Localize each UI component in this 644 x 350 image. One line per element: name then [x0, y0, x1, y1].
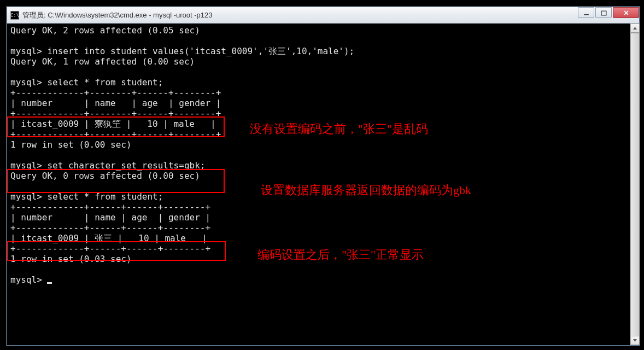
cmd-window: C:\ 管理员: C:\Windows\system32\cmd.exe - m…	[7, 7, 640, 346]
maximize-button[interactable]	[595, 7, 612, 18]
output-line: mysql> select * from student;	[10, 191, 163, 202]
cursor-icon	[47, 282, 52, 284]
output-line: Query OK, 1 row affected (0.00 sec)	[10, 56, 195, 67]
svg-rect-1	[601, 11, 606, 15]
svg-marker-5	[633, 339, 637, 342]
annotation-garbled: 没有设置编码之前，"张三"是乱码	[250, 121, 428, 137]
close-button[interactable]	[613, 7, 639, 18]
output-line: mysql> select * from student;	[10, 77, 163, 88]
minimize-button[interactable]	[578, 7, 594, 18]
terminal-area[interactable]: Query OK, 2 rows affected (0.05 sec) mys…	[7, 24, 639, 345]
vertical-scrollbar[interactable]	[630, 24, 639, 345]
output-line: 1 row in set (0.00 sec)	[10, 139, 132, 150]
output-line: | itcast_0009 | 张三 | 10 | male |	[10, 233, 207, 243]
terminal-output: Query OK, 2 rows affected (0.05 sec) mys…	[10, 25, 636, 285]
cmd-icon: C:\	[10, 11, 19, 20]
output-line: Query OK, 2 rows affected (0.05 sec)	[10, 25, 200, 36]
window-title: 管理员: C:\Windows\system32\cmd.exe - mysql…	[22, 10, 213, 20]
svg-marker-4	[633, 27, 637, 30]
output-line: +-------------+------+------+--------+	[10, 243, 210, 254]
scrollbar-thumb[interactable]	[630, 33, 640, 336]
scroll-down-button[interactable]	[630, 336, 640, 345]
output-line: Query OK, 0 rows affected (0.00 sec)	[10, 171, 200, 181]
output-line: +-------------+--------+------+--------+	[10, 88, 221, 98]
output-line: +-------------+--------+------+--------+	[10, 129, 221, 139]
cmd-icon-text: C:\	[10, 13, 19, 18]
annotation-correct: 编码设置之后，"张三"正常显示	[257, 247, 424, 263]
chevron-up-icon	[633, 26, 637, 31]
window-controls	[578, 7, 639, 18]
annotation-encoding: 设置数据库服务器返回数据的编码为gbk	[261, 182, 471, 199]
output-line: | itcast_0009 | 寮犱笁 | 10 | male |	[10, 119, 216, 129]
mysql-prompt: mysql>	[10, 275, 47, 285]
output-line: mysql> set character_set_results=gbk;	[10, 160, 205, 171]
output-line: mysql> insert into student values('itcas…	[10, 46, 354, 56]
output-line: | number | name | age | gender |	[10, 212, 210, 223]
output-line: | number | name | age | gender |	[10, 98, 221, 108]
maximize-icon	[601, 10, 607, 16]
output-line: +-------------+------+------+--------+	[10, 202, 210, 212]
window-titlebar[interactable]: C:\ 管理员: C:\Windows\system32\cmd.exe - m…	[7, 7, 639, 24]
close-icon	[623, 10, 629, 16]
output-line: 1 row in set (0.03 sec)	[10, 254, 132, 264]
screenshot-border: C:\ 管理员: C:\Windows\system32\cmd.exe - m…	[0, 0, 644, 350]
chevron-down-icon	[633, 338, 637, 343]
output-line: +-------------+--------+------+--------+	[10, 108, 221, 119]
minimize-icon	[583, 10, 589, 16]
scroll-up-button[interactable]	[630, 24, 640, 33]
output-line: +-------------+------+------+--------+	[10, 223, 210, 233]
